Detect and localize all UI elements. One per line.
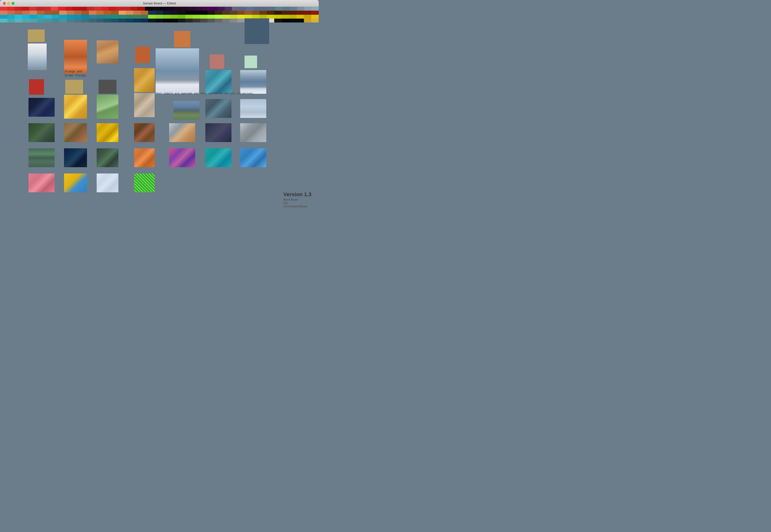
image-img9[interactable] bbox=[173, 101, 200, 120]
image-img2[interactable] bbox=[64, 40, 87, 74]
image-img5[interactable] bbox=[134, 68, 155, 92]
swatch-cell bbox=[252, 11, 259, 14]
image-img22[interactable] bbox=[29, 148, 55, 167]
image-img26[interactable] bbox=[169, 148, 195, 167]
swatch-cell bbox=[44, 15, 52, 19]
traffic-lights bbox=[3, 2, 14, 5]
image-img32[interactable] bbox=[134, 173, 155, 192]
swatch-cell bbox=[259, 11, 267, 14]
image-img21[interactable] bbox=[240, 123, 266, 142]
swatch-cell bbox=[156, 11, 163, 14]
image-img30[interactable] bbox=[64, 173, 87, 192]
swatch-cell bbox=[81, 19, 89, 22]
swatch-row-3 bbox=[0, 19, 319, 22]
swatch-cell bbox=[126, 15, 133, 19]
image-img11[interactable] bbox=[240, 99, 266, 118]
image-img8[interactable] bbox=[134, 93, 155, 117]
swatch-cell bbox=[0, 19, 7, 22]
swatch-cell bbox=[145, 7, 152, 11]
swatch-cell bbox=[200, 11, 208, 14]
swatch-cell bbox=[215, 11, 222, 14]
swatch-cell bbox=[22, 15, 30, 19]
image-img14[interactable] bbox=[97, 95, 118, 119]
image-img12[interactable] bbox=[29, 98, 55, 117]
swatch-cell bbox=[148, 19, 156, 22]
image-img7[interactable] bbox=[240, 70, 266, 94]
swatch-cell bbox=[159, 7, 167, 11]
maximize-button[interactable] bbox=[12, 2, 14, 5]
swatch-cell bbox=[203, 7, 210, 11]
swatch-cell bbox=[267, 15, 274, 19]
swatch-cell bbox=[210, 7, 217, 11]
image-img18[interactable] bbox=[134, 123, 155, 142]
color-block-cb7[interactable] bbox=[29, 79, 44, 95]
version-title: Version 1.3 bbox=[283, 191, 311, 198]
color-block-cb9[interactable] bbox=[99, 80, 116, 94]
swatch-row-1 bbox=[0, 11, 319, 14]
swatch-cell bbox=[215, 15, 222, 19]
swatch-cell bbox=[52, 19, 59, 22]
swatch-cell bbox=[37, 19, 44, 22]
swatch-cell bbox=[217, 7, 225, 11]
swatch-cell bbox=[274, 11, 282, 14]
image-img19[interactable] bbox=[169, 123, 195, 142]
swatch-cell bbox=[230, 15, 237, 19]
image-img3[interactable] bbox=[97, 40, 118, 64]
swatch-cell bbox=[193, 11, 200, 14]
version-type: Mood Board bbox=[283, 198, 311, 201]
image-img4[interactable] bbox=[156, 48, 199, 94]
swatch-cell bbox=[237, 15, 245, 19]
color-block-cb2[interactable] bbox=[174, 31, 190, 47]
swatch-cell bbox=[185, 15, 193, 19]
color-block-cb1[interactable] bbox=[28, 29, 45, 42]
color-block-cb3[interactable] bbox=[245, 18, 269, 44]
color-block-cb6[interactable] bbox=[245, 56, 257, 68]
swatch-cell bbox=[311, 7, 319, 11]
image-img13[interactable] bbox=[64, 95, 87, 119]
color-block-cb4[interactable] bbox=[135, 47, 150, 63]
close-button[interactable] bbox=[3, 2, 6, 5]
swatch-cell bbox=[282, 15, 289, 19]
image-img27[interactable] bbox=[205, 148, 231, 167]
color-block-cb5[interactable] bbox=[210, 54, 224, 69]
color-swatches bbox=[0, 7, 319, 22]
color-block-cb8[interactable] bbox=[65, 80, 83, 94]
minimize-button[interactable] bbox=[7, 2, 10, 5]
swatch-cell bbox=[239, 7, 246, 11]
image-img15[interactable] bbox=[29, 123, 55, 142]
swatch-cell bbox=[89, 15, 96, 19]
image-img25[interactable] bbox=[134, 148, 155, 167]
image-img29[interactable] bbox=[29, 173, 55, 192]
swatch-cell bbox=[193, 19, 200, 22]
image-img31[interactable] bbox=[97, 173, 118, 192]
swatch-cell bbox=[200, 15, 208, 19]
swatch-cell bbox=[311, 19, 319, 22]
swatch-cell bbox=[304, 15, 311, 19]
swatch-cell bbox=[37, 15, 44, 19]
version-info: Version 1.3Mood Board001(41) AssetsOnBoa… bbox=[283, 191, 311, 208]
image-img17[interactable] bbox=[97, 123, 118, 142]
swatch-cell bbox=[96, 11, 104, 14]
image-img1[interactable] bbox=[28, 43, 47, 70]
image-img10[interactable] bbox=[205, 99, 231, 118]
image-img16[interactable] bbox=[64, 123, 87, 142]
swatch-cell bbox=[36, 7, 43, 11]
swatch-cell bbox=[67, 19, 74, 22]
image-img23[interactable] bbox=[64, 148, 87, 167]
swatch-cell bbox=[141, 19, 148, 22]
swatch-cell bbox=[170, 15, 178, 19]
swatch-cell bbox=[289, 11, 296, 14]
swatch-cell bbox=[119, 15, 126, 19]
image-img6[interactable] bbox=[205, 70, 231, 94]
swatch-cell bbox=[170, 11, 178, 14]
swatch-cell bbox=[22, 19, 30, 22]
image-img28[interactable] bbox=[240, 148, 266, 167]
image-img24[interactable] bbox=[97, 148, 118, 167]
swatch-cell bbox=[80, 7, 87, 11]
swatch-cell bbox=[116, 7, 123, 11]
swatch-cell bbox=[252, 15, 259, 19]
swatch-cell bbox=[29, 7, 36, 11]
image-img20[interactable] bbox=[205, 123, 231, 142]
swatch-cell bbox=[297, 7, 304, 11]
swatch-cell bbox=[59, 15, 67, 19]
